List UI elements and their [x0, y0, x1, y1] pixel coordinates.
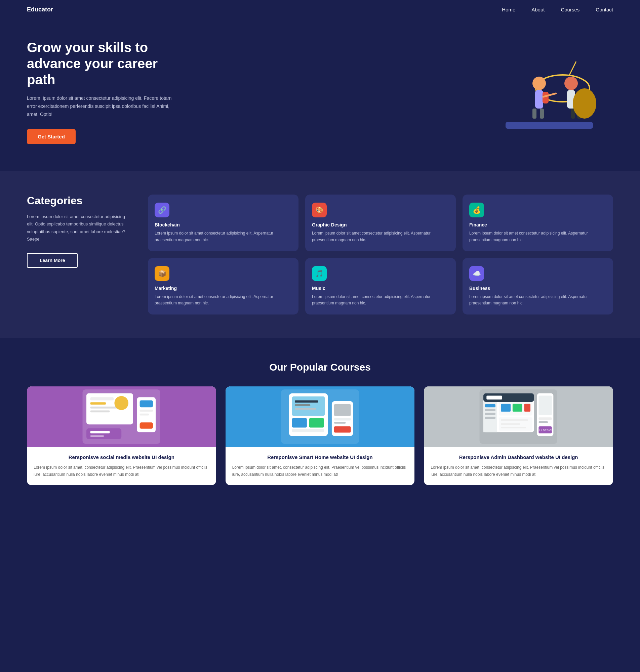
svg-rect-46	[487, 396, 502, 400]
courses-section: Our Popular Courses Rersponisve social m…	[0, 338, 640, 509]
svg-point-3	[533, 77, 546, 90]
svg-rect-50	[485, 413, 495, 415]
svg-rect-22	[140, 401, 153, 407]
courses-grid: Rersponisve social media website UI desi…	[27, 386, 613, 485]
categories-desc: Lorem ipsum dolor sit amet consectetur a…	[27, 213, 128, 243]
svg-rect-18	[90, 406, 118, 408]
svg-rect-40	[334, 418, 351, 421]
svg-point-20	[114, 396, 128, 410]
course-card: Rersponisve Smart Home website UI design…	[226, 386, 415, 485]
svg-rect-59	[501, 427, 526, 429]
hero-desc: Lorem, ipsum dolor sit amet consectetur …	[27, 94, 175, 118]
category-icon: 🎨	[312, 203, 327, 218]
category-card: 🎵 Music Lorem ipsum dolor sit amet conse…	[305, 258, 456, 314]
svg-rect-42	[334, 427, 351, 433]
svg-rect-4	[535, 90, 543, 108]
svg-rect-0	[506, 122, 593, 129]
svg-rect-27	[90, 431, 110, 433]
course-card: UI DESIGN Rersponisve Admin Dashboard we…	[424, 386, 613, 485]
svg-rect-5	[542, 92, 549, 104]
svg-rect-17	[90, 402, 106, 405]
category-desc: Lorem ipsum dolor sit amet consectetur a…	[312, 230, 449, 243]
svg-rect-41	[334, 422, 346, 424]
svg-rect-49	[485, 409, 495, 411]
category-icon: 🎵	[312, 266, 327, 281]
svg-rect-63	[539, 421, 548, 423]
course-name: Rersponisve Smart Home website UI design	[232, 454, 408, 460]
course-thumbnail	[226, 386, 415, 447]
course-card: Rersponisve social media website UI desi…	[27, 386, 216, 485]
category-desc: Lorem ipsum dolor sit amet consectetur a…	[312, 294, 449, 307]
svg-line-2	[569, 61, 576, 75]
svg-rect-53	[501, 404, 511, 412]
course-body: Rersponisve Admin Dashboard website UI d…	[424, 447, 613, 485]
category-icon: 📦	[155, 266, 170, 281]
svg-rect-23	[140, 409, 153, 412]
category-name: Marketing	[155, 286, 292, 291]
svg-rect-61	[539, 396, 552, 415]
course-body: Rersponisve social media website UI desi…	[27, 447, 216, 485]
category-desc: Lorem ipsum dolor sit amet consectetur a…	[155, 294, 292, 307]
svg-rect-6	[533, 108, 537, 119]
hero-title: Grow your skills to advance your career …	[27, 39, 175, 88]
category-card: ☁️ Business Lorem ipsum dolor sit amet c…	[463, 258, 613, 314]
svg-rect-48	[485, 404, 495, 407]
courses-title: Our Popular Courses	[27, 361, 613, 373]
svg-rect-35	[292, 418, 307, 428]
category-icon: 💰	[469, 203, 484, 218]
svg-rect-19	[90, 410, 110, 413]
category-icon: 🔗	[155, 203, 170, 218]
svg-rect-24	[140, 414, 149, 416]
svg-text:UI DESIGN: UI DESIGN	[539, 429, 554, 432]
learn-more-button[interactable]: Learn More	[27, 253, 78, 268]
site-logo[interactable]: Educator	[27, 6, 53, 13]
svg-rect-57	[501, 419, 528, 421]
course-name: Rersponisve Admin Dashboard website UI d…	[431, 454, 606, 460]
svg-rect-32	[295, 401, 318, 403]
svg-rect-25	[140, 422, 153, 429]
category-desc: Lorem ipsum dolor sit amet consectetur a…	[469, 230, 606, 243]
category-name: Graphic Design	[312, 222, 449, 227]
svg-rect-7	[540, 108, 544, 119]
category-name: Finance	[469, 222, 606, 227]
svg-rect-37	[292, 429, 324, 432]
course-desc: Lorem ipsum dolor sit amet, consectetur …	[431, 464, 606, 478]
svg-point-13	[573, 88, 596, 119]
nav-about[interactable]: About	[532, 7, 544, 12]
nav-contact[interactable]: Contact	[596, 7, 613, 12]
category-card: 🔗 Blockchain Lorem ipsum dolor sit amet …	[148, 195, 299, 251]
course-thumbnail: UI DESIGN	[424, 386, 613, 447]
category-name: Blockchain	[155, 222, 292, 227]
category-card: 📦 Marketing Lorem ipsum dolor sit amet c…	[148, 258, 299, 314]
nav-courses[interactable]: Courses	[561, 7, 580, 12]
svg-rect-28	[90, 435, 104, 437]
course-name: Rersponisve social media website UI desi…	[34, 454, 209, 460]
course-desc: Lorem ipsum dolor sit amet, consectetur …	[232, 464, 408, 478]
svg-rect-62	[539, 417, 552, 420]
hero-illustration	[485, 45, 613, 139]
course-thumbnail	[27, 386, 216, 447]
svg-rect-36	[309, 418, 324, 428]
category-card: 💰 Finance Lorem ipsum dolor sit amet con…	[463, 195, 613, 251]
category-card: 🎨 Graphic Design Lorem ipsum dolor sit a…	[305, 195, 456, 251]
nav-home[interactable]: Home	[502, 7, 515, 12]
nav-links: Home About Courses Contact	[502, 7, 613, 13]
category-icon: ☁️	[469, 266, 484, 281]
navbar: Educator Home About Courses Contact	[0, 0, 640, 19]
svg-rect-51	[485, 417, 495, 419]
hero-section: Grow your skills to advance your career …	[0, 19, 640, 171]
svg-rect-33	[295, 404, 310, 406]
category-name: Music	[312, 286, 449, 291]
course-body: Rersponisve Smart Home website UI design…	[226, 447, 415, 485]
category-desc: Lorem ipsum dolor sit amet consectetur a…	[155, 230, 292, 243]
svg-rect-16	[90, 397, 114, 400]
svg-rect-26	[86, 429, 121, 439]
categories-left: Categories Lorem ipsum dolor sit amet co…	[27, 195, 128, 267]
svg-rect-39	[334, 404, 351, 416]
svg-rect-55	[524, 404, 531, 412]
svg-rect-58	[501, 423, 521, 425]
categories-title: Categories	[27, 195, 128, 207]
svg-rect-34	[295, 408, 316, 410]
svg-rect-54	[513, 404, 522, 412]
get-started-button[interactable]: Get Started	[27, 129, 76, 144]
